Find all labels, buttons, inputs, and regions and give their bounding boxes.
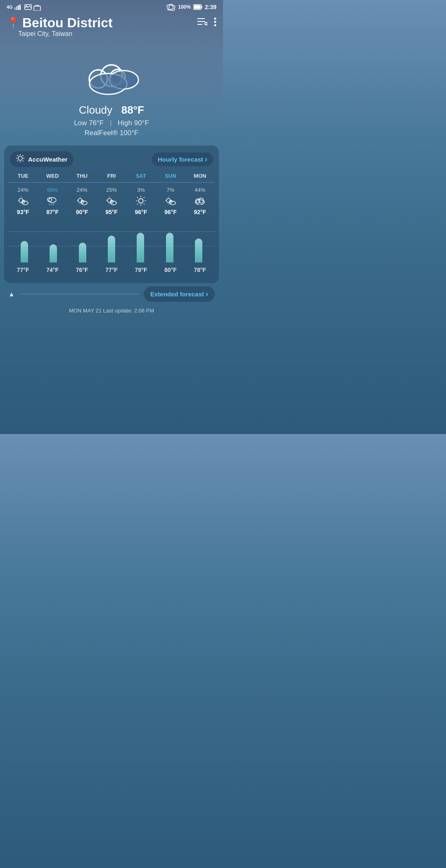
weather-icon-fri — [97, 196, 126, 206]
weather-icon-wed — [38, 196, 67, 206]
svg-line-32 — [17, 155, 18, 156]
extended-forecast-button[interactable]: Extended forecast › — [144, 286, 215, 302]
precip-row: 24%56%24%25%3%7%44% — [8, 187, 215, 193]
day-label-sun: SUN — [156, 173, 185, 179]
high-temp-thu: 90°F — [67, 209, 97, 215]
svg-line-35 — [17, 160, 18, 161]
svg-rect-6 — [34, 6, 40, 11]
svg-point-62 — [139, 199, 143, 203]
svg-point-17 — [214, 18, 216, 20]
last-update: MON MAY 21 Last update: 2:08 PM — [0, 305, 223, 320]
hourly-forecast-button[interactable]: Hourly forecast › — [152, 153, 213, 166]
battery-percent: 100% — [178, 4, 191, 10]
svg-rect-0 — [14, 7, 16, 10]
sun-logo-icon — [16, 154, 25, 163]
weather-icon-thu — [67, 196, 97, 206]
high-temp-mon: 92°F — [185, 209, 215, 215]
hr-divider — [20, 294, 139, 294]
cloudy-icon — [83, 54, 140, 95]
bar-mon — [195, 238, 202, 262]
bar-cell-mon — [184, 221, 213, 262]
svg-line-46 — [51, 203, 52, 205]
bar-thu — [79, 243, 86, 262]
weather-icon-mon — [185, 196, 215, 206]
location-sub: Taipei City, Taiwan — [18, 30, 113, 38]
accuweather-badge: AccuWeather — [10, 151, 74, 167]
temp-range: Low 76°F | High 90°F — [8, 119, 215, 127]
bar-fri — [108, 236, 115, 262]
bar-cell-thu — [68, 221, 97, 262]
current-temp: 88°F — [121, 104, 144, 116]
days-divider — [8, 182, 215, 183]
bar-sat — [137, 233, 144, 262]
bottom-bar: ▲ Extended forecast › — [4, 283, 219, 305]
battery-icon — [193, 4, 202, 10]
day-label-fri: FRI — [97, 173, 126, 179]
bar-wed — [50, 244, 57, 262]
precip-sun: 7% — [156, 187, 185, 193]
svg-point-26 — [110, 71, 138, 88]
svg-rect-11 — [194, 5, 200, 9]
bar-cell-fri — [97, 221, 126, 262]
signal-4g: 4G — [7, 5, 13, 10]
low-temp-mon: 78°F — [185, 267, 215, 273]
accu-sun-icon — [16, 154, 25, 165]
real-feel-text: RealFeel® 100°F — [8, 129, 215, 137]
icon-row — [8, 196, 215, 206]
weather-icon-section — [0, 38, 223, 104]
day-label-wed: WED — [38, 173, 67, 179]
bar-cell-wed — [39, 221, 68, 262]
list-location-button[interactable] — [197, 17, 207, 26]
low-temp-fri: 77°F — [97, 267, 126, 273]
bar-sun — [166, 233, 173, 262]
bar-cell-sat — [126, 221, 155, 262]
precip-sat: 3% — [126, 187, 156, 193]
status-right: 100% 2:39 — [166, 3, 216, 11]
status-left: 4G — [7, 4, 41, 11]
svg-line-47 — [53, 203, 54, 205]
svg-line-67 — [137, 197, 138, 198]
svg-point-5 — [26, 5, 27, 7]
day-label-tue: TUE — [8, 173, 38, 179]
days-header-row: TUEWEDTHUFRISATSUNMON — [8, 173, 215, 179]
weather-icon-tue — [8, 196, 38, 206]
bar-chart — [8, 221, 215, 262]
toolbar-row: AccuWeather Hourly forecast › — [8, 151, 215, 167]
svg-line-34 — [22, 155, 23, 156]
photo-icon2 — [33, 5, 41, 11]
svg-rect-1 — [16, 6, 17, 10]
low-temp-sat: 79°F — [126, 267, 156, 273]
svg-line-33 — [22, 160, 23, 161]
list-location-icon — [197, 17, 207, 26]
current-weather: Cloudy 88°F Low 76°F | High 90°F RealFee… — [0, 104, 223, 145]
svg-point-15 — [205, 22, 207, 25]
svg-point-27 — [18, 156, 22, 160]
precip-mon: 44% — [185, 187, 215, 193]
precip-fri: 25% — [97, 187, 126, 193]
day-label-thu: THU — [67, 173, 97, 179]
precip-tue: 24% — [8, 187, 38, 193]
svg-line-68 — [144, 204, 145, 205]
low-temp-wed: 74°F — [38, 267, 67, 273]
day-label-mon: MON — [185, 173, 215, 179]
condition-text: Cloudy 88°F — [8, 104, 215, 117]
more-options-button[interactable] — [214, 17, 216, 26]
bars-row — [8, 221, 215, 262]
low-temp-tue: 77°F — [8, 267, 38, 273]
location-block: 📍 Beitou District Taipei City, Taiwan — [7, 16, 113, 38]
low-temp-thu: 76°F — [67, 267, 97, 273]
svg-line-69 — [144, 197, 145, 198]
triangle-icon: ▲ — [8, 291, 15, 298]
high-temp-sun: 96°F — [156, 209, 185, 215]
precip-wed: 56% — [38, 187, 67, 193]
day-label-sat: SAT — [126, 173, 156, 179]
svg-line-45 — [49, 203, 50, 205]
svg-rect-2 — [18, 5, 19, 10]
svg-line-16 — [207, 25, 208, 26]
header-icons — [197, 17, 216, 26]
svg-rect-3 — [19, 5, 21, 10]
svg-rect-10 — [201, 6, 202, 8]
low-temp-sun: 80°F — [156, 267, 185, 273]
low-temp-row: 77°F74°F76°F77°F79°F80°F78°F — [8, 267, 215, 273]
high-temp-row: 93°F87°F90°F95°F96°F96°F92°F — [8, 209, 215, 215]
